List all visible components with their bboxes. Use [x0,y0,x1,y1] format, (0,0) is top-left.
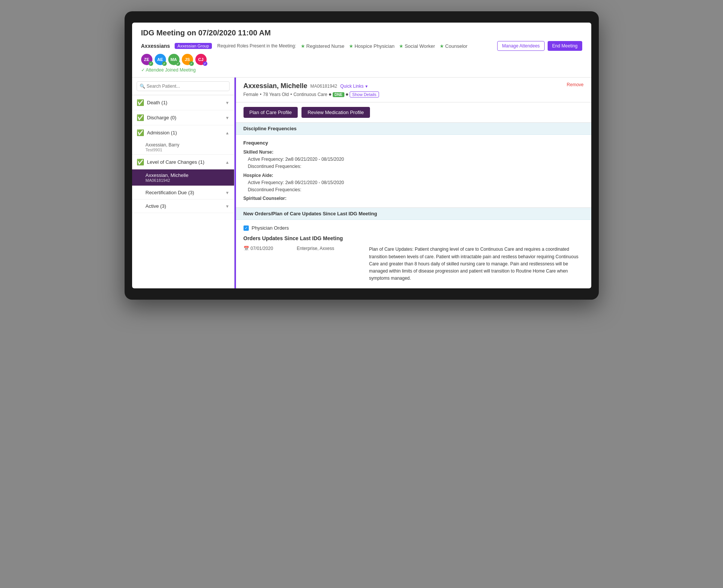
spiritual-counselor-type: Spiritual Counselor: [244,195,584,202]
role-registered-nurse: Registered Nurse [301,43,344,49]
skilled-nurse-discontinued: Discontinued Frequencies: [244,163,584,170]
patient-age: 78 Years Old [263,92,289,97]
page-title: IDG Meeting on 07/20/2020 11:00 AM [141,29,582,37]
death-group-label: Death (1) [147,100,167,105]
role-social-worker: Social Worker [399,43,435,49]
sidebar-item-death[interactable]: ✅ Death (1) ▼ [132,95,234,110]
chevron-up-icon: ▲ [225,160,230,165]
main-content: Axxessian, Michelle MA06181942 Quick Lin… [236,78,591,288]
bullet-separator: • [290,92,292,97]
sidebar-item-discharge[interactable]: ✅ Discharge (0) ▼ [132,110,234,125]
role-hospice-physician: Hospice Physician [349,43,394,49]
patient-header: Axxessian, Michelle MA06181942 Quick Lin… [236,78,591,102]
sidebar-item-admission[interactable]: ✅ Admission (1) ▲ [132,125,234,140]
check-icon: ✅ [137,158,144,166]
dns-badge: DNE [333,92,344,97]
check-icon: ✅ [137,99,144,106]
check-icon: ✅ [137,129,144,136]
discipline-section-header: Discipline Frequencies [236,123,591,135]
skilled-nurse-type: Skilled Nurse: [244,149,584,156]
remove-patient-link[interactable]: Remove [567,82,584,87]
calendar-icon: 📅 [244,246,249,251]
sidebar-group-recert: Recertification Due (3) ▼ [132,186,234,200]
required-roles-label: Required Roles Present in the Meeting: [217,43,296,49]
orders-updates-title: Orders Updates Since Last IDG Meeting [244,235,584,241]
physician-orders-label: Physician Orders [252,225,289,231]
hospice-aide-active: Active Frequency: 2w8 06/21/2020 - 08/15… [244,179,584,186]
avatar: AE ✓ [155,54,166,65]
frequency-label: Frequency [244,140,584,146]
sidebar-patient-michelle[interactable]: Axxessian, Michelle MA06181942 [132,169,234,186]
org-badge: Axxessian Group [175,43,212,49]
check-icon: ✅ [137,114,144,121]
dot-separator [346,93,348,96]
avatar: JS ✓ [182,54,193,65]
sidebar-item-level-care[interactable]: ✅ Level of Care Changes (1) ▲ [132,155,234,169]
sidebar-patient-barry[interactable]: Axxessian, Barry Test9901 [132,140,234,154]
chevron-down-icon: ▼ [225,101,230,105]
review-medication-button[interactable]: Review Medication Profile [301,107,370,118]
quick-links-button[interactable]: Quick Links [340,84,368,89]
patient-sidebar: 🔍 ✅ Death (1) ▼ [132,78,234,288]
chevron-down-icon: ▼ [225,204,230,209]
order-text: Plan of Care Updates: Patient changing l… [369,246,584,288]
manage-attendees-button[interactable]: Manage Attendees [497,41,545,51]
sidebar-group-level-care: ✅ Level of Care Changes (1) ▲ Axxessian,… [132,155,234,186]
orders-section-header: New Orders/Plan of Care Updates Since La… [236,208,591,220]
search-input[interactable] [137,81,230,91]
sidebar-item-active[interactable]: Active (3) ▼ [132,200,234,213]
bullet-separator: • [260,92,262,97]
order-date: 📅 07/01/2020 [244,246,292,288]
patient-id-badge: MA06181942 [311,84,337,89]
chevron-up-icon: ▲ [225,131,230,135]
sidebar-group-admission: ✅ Admission (1) ▲ Axxessian, Barry Test9… [132,125,234,155]
org-name: Axxessians [141,43,170,49]
skilled-nurse-active: Active Frequency: 2w8 06/21/2020 - 08/15… [244,156,584,163]
chevron-down-icon: ▼ [225,190,230,195]
search-icon: 🔍 [140,84,145,89]
action-buttons-row: Plan of Care Profile Review Medication P… [236,102,591,123]
hospice-aide-type: Hospice Aide: [244,172,584,179]
care-type: Continuous Care [294,92,327,97]
sidebar-group-active: Active (3) ▼ [132,200,234,213]
patient-full-name: Axxessian, Michelle [244,82,307,90]
active-group-label: Active (3) [146,203,166,209]
sidebar-group-discharge: ✅ Discharge (0) ▼ [132,110,234,125]
dot-separator [329,93,331,96]
admission-group-label: Admission (1) [147,130,177,136]
physician-orders-checkbox[interactable]: ✓ [244,225,249,231]
avatar: ZE ✓ [141,54,152,65]
recert-group-label: Recertification Due (3) [146,190,194,195]
attendee-joined-message: Attendee Joined Meeting [141,67,582,73]
sidebar-item-recert[interactable]: Recertification Due (3) ▼ [132,186,234,199]
sidebar-group-death: ✅ Death (1) ▼ [132,95,234,110]
discipline-frequencies: Frequency Skilled Nurse: Active Frequenc… [236,135,591,208]
plan-care-profile-button[interactable]: Plan of Care Profile [244,107,298,118]
show-details-link[interactable]: Show Details [350,91,379,97]
orders-section: ✓ Physician Orders Orders Updates Since … [236,220,591,288]
avatar: MA ✓ [168,54,180,65]
avatar: CJ ✓ [195,54,207,65]
level-care-label: Level of Care Changes (1) [147,159,204,165]
end-meeting-button[interactable]: End Meeting [548,41,582,51]
order-row: 📅 07/01/2020 Enterprise, Axxess Plan of … [244,246,584,288]
order-enterprise: Enterprise, Axxess [297,246,365,288]
chevron-down-icon: ▼ [225,116,230,120]
discharge-group-label: Discharge (0) [147,115,177,120]
patient-gender: Female [244,92,259,97]
hospice-aide-discontinued: Discontinued Frequencies: [244,186,584,193]
role-counselor: Counselor [440,43,467,49]
